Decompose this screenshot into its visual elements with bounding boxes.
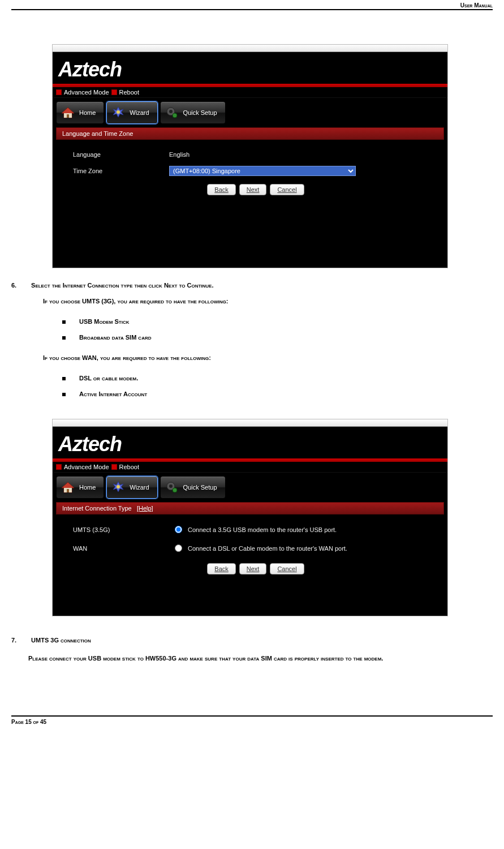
menu-advanced-mode[interactable]: Advanced Mode: [64, 464, 109, 470]
svg-rect-9: [67, 489, 69, 492]
menu-advanced-mode[interactable]: Advanced Mode: [64, 89, 109, 96]
page-footer: Page 15 of 45: [11, 719, 493, 725]
tab-wizard-label: Wizard: [130, 484, 149, 491]
help-link[interactable]: [Help]: [137, 505, 153, 512]
tab-wizard-label: Wizard: [130, 109, 149, 116]
bullet-icon: [56, 89, 62, 95]
tab-quick-label: Quick Setup: [183, 109, 217, 116]
wizard-icon: [110, 480, 126, 495]
menu-reboot[interactable]: Reboot: [119, 89, 139, 96]
step6-wan-list: DSL or cable modem. Active Internet Acco…: [62, 370, 493, 402]
next-button[interactable]: Next: [239, 563, 267, 574]
tab-quick-setup[interactable]: Quick Setup: [160, 101, 226, 124]
step7-body: Please connect your USB modem stick to H…: [28, 653, 493, 664]
cancel-button[interactable]: Cancel: [270, 563, 304, 574]
list-item: Broadband data SIM card: [62, 329, 493, 345]
tab-home[interactable]: Home: [56, 476, 104, 499]
svg-point-13: [173, 488, 177, 492]
umts-label: UMTS (3.5G): [73, 526, 169, 533]
step7-title: UMTS 3G connection: [31, 637, 91, 644]
step7: 7. UMTS 3G connection Please connect you…: [11, 637, 493, 664]
step6-number: 6.: [11, 282, 29, 289]
screenshot-padding: [53, 585, 447, 616]
screenshot-connection-type: Aztech Advanced Mode Reboot Home: [52, 419, 448, 616]
tab-quick-setup[interactable]: Quick Setup: [160, 476, 226, 499]
tab-wizard[interactable]: Wizard: [106, 476, 157, 499]
brand-logo: Aztech: [53, 427, 447, 458]
bullet-icon: [111, 89, 117, 95]
window-titlebar: [53, 419, 447, 427]
menubar: Advanced Mode Reboot: [53, 87, 447, 98]
step7-number: 7.: [11, 637, 29, 644]
timezone-select[interactable]: (GMT+08:00) Singapore: [169, 166, 356, 176]
back-button[interactable]: Back: [207, 563, 235, 574]
list-item: Active Internet Account: [62, 386, 493, 402]
screenshot-padding: [53, 205, 447, 268]
tab-wizard[interactable]: Wizard: [106, 101, 157, 124]
cancel-button[interactable]: Cancel: [270, 184, 304, 195]
form-lang-timezone: Language English Time Zone (GMT+08:00) S…: [56, 143, 444, 201]
svg-point-5: [169, 110, 173, 113]
screenshot-lang-timezone: Aztech Advanced Mode Reboot Home: [52, 44, 448, 268]
svg-point-3: [117, 110, 120, 114]
header-user-manual: User Manual: [460, 2, 493, 8]
home-icon: [60, 105, 76, 120]
svg-point-12: [169, 484, 173, 488]
list-item: DSL or cable modem.: [62, 370, 493, 386]
svg-point-10: [117, 485, 120, 488]
section-bar-conn: Internet Connection Type [Help]: [56, 502, 444, 514]
home-icon: [60, 480, 76, 495]
tab-home-label: Home: [79, 484, 96, 491]
step6: 6. Select the Internet Connection type t…: [11, 282, 493, 402]
window-titlebar: [53, 45, 447, 52]
bullet-icon: [111, 464, 117, 470]
tab-row: Home Wizard Quick Setup: [53, 98, 447, 127]
bullet-icon: [56, 464, 62, 470]
wan-label: WAN: [73, 545, 169, 552]
language-value: English: [169, 151, 438, 158]
step6-umts-list: USB Modem Stick Broadband data SIM card: [62, 314, 493, 345]
next-button[interactable]: Next: [239, 184, 267, 195]
tab-row: Home Wizard Quick Setup: [53, 473, 447, 502]
section-bar-lang: Language and Time Zone: [56, 127, 444, 140]
svg-point-6: [173, 113, 177, 118]
umts-desc: Connect a 3.5G USB modem to the router's…: [188, 526, 337, 533]
step6-wan-line: If you choose WAN, you are required to h…: [43, 354, 493, 361]
umts-radio[interactable]: [175, 526, 182, 533]
section-title: Internet Connection Type: [62, 505, 132, 512]
wan-radio[interactable]: [175, 544, 182, 552]
tab-home-label: Home: [79, 109, 96, 116]
wizard-icon: [110, 105, 126, 120]
menubar: Advanced Mode Reboot: [53, 462, 447, 473]
brand-logo: Aztech: [53, 52, 447, 84]
svg-rect-2: [67, 114, 69, 118]
step6-title: Select the Internet Connection type then…: [31, 282, 213, 289]
form-connection-type: UMTS (3.5G) Connect a 3.5G USB modem to …: [56, 518, 444, 580]
language-label: Language: [73, 151, 169, 158]
step6-umts-line: If you choose UMTS (3G), you are require…: [43, 298, 493, 305]
menu-reboot[interactable]: Reboot: [119, 464, 139, 470]
gear-icon: [164, 105, 180, 120]
tab-home[interactable]: Home: [56, 101, 104, 124]
wan-desc: Connect a DSL or Cable modem to the rout…: [188, 545, 347, 552]
tab-quick-label: Quick Setup: [183, 484, 217, 491]
list-item: USB Modem Stick: [62, 314, 493, 329]
back-button[interactable]: Back: [207, 184, 235, 195]
timezone-label: Time Zone: [73, 168, 169, 174]
gear-icon: [164, 480, 180, 495]
